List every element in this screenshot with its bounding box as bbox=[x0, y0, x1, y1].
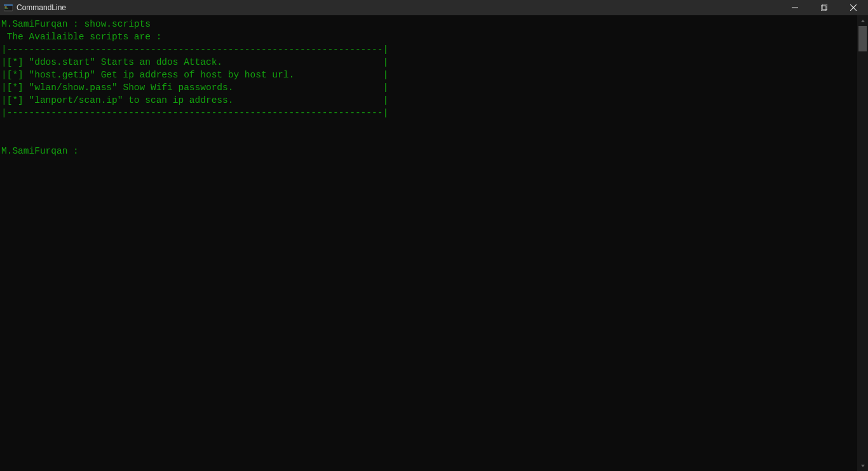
scroll-down-arrow-icon[interactable] bbox=[857, 460, 868, 471]
minimize-button[interactable] bbox=[780, 0, 810, 15]
terminal-output[interactable]: M.SamiFurqan : show.scripts The Availaib… bbox=[0, 15, 857, 471]
svg-rect-1 bbox=[4, 4, 13, 6]
svg-marker-9 bbox=[861, 20, 865, 22]
svg-marker-10 bbox=[861, 465, 865, 467]
maximize-button[interactable] bbox=[810, 0, 839, 15]
vertical-scrollbar[interactable] bbox=[857, 15, 868, 471]
close-button[interactable] bbox=[839, 0, 868, 15]
scroll-up-arrow-icon[interactable] bbox=[857, 15, 868, 26]
svg-rect-2 bbox=[5, 7, 7, 8]
app-icon bbox=[4, 3, 13, 12]
svg-rect-5 bbox=[821, 6, 826, 11]
client-area: M.SamiFurqan : show.scripts The Availaib… bbox=[0, 15, 868, 471]
svg-rect-6 bbox=[822, 4, 827, 10]
close-icon bbox=[850, 4, 857, 11]
app-window: CommandLine M.SamiFurqan : show.scripts … bbox=[0, 0, 868, 471]
minimize-icon bbox=[792, 4, 798, 11]
svg-rect-3 bbox=[5, 8, 8, 9]
maximize-icon bbox=[821, 4, 827, 11]
window-title: CommandLine bbox=[17, 3, 66, 12]
titlebar[interactable]: CommandLine bbox=[0, 0, 868, 15]
scroll-thumb[interactable] bbox=[858, 26, 867, 51]
